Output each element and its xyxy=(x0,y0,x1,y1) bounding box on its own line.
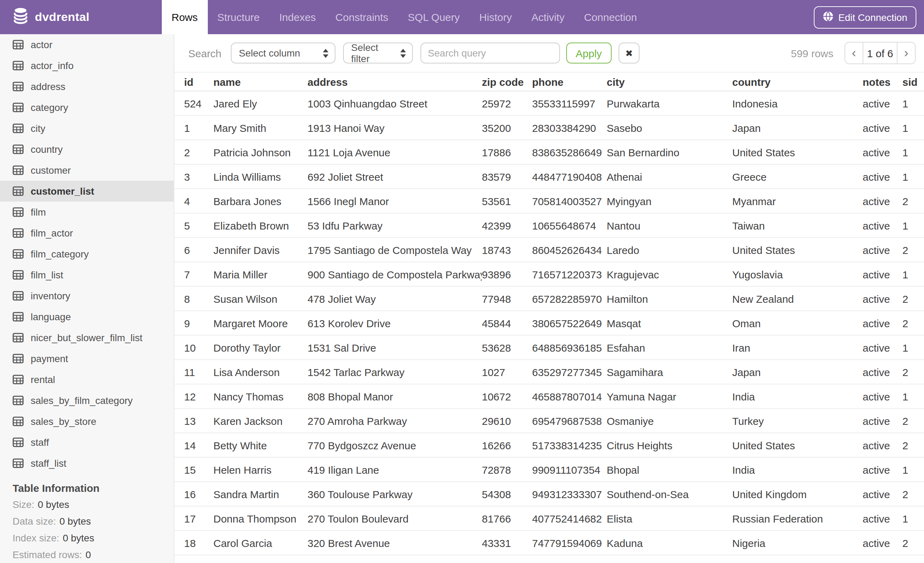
sidebar-item-actor_info[interactable]: actor_info xyxy=(0,55,174,76)
cell[interactable]: Iran xyxy=(732,335,862,360)
cell[interactable]: 2 xyxy=(902,531,924,555)
cell[interactable]: 1 xyxy=(902,91,924,116)
cell[interactable]: 10 xyxy=(174,335,213,360)
cell[interactable]: 1531 Sal Drive xyxy=(308,335,482,360)
cell[interactable]: 17886 xyxy=(482,140,532,164)
cell[interactable]: United Kingdom xyxy=(732,482,862,506)
table-row[interactable]: 19Ruth Martinez1417 Lancaster Avenue7219… xyxy=(174,555,924,563)
cell[interactable]: Barbara Jones xyxy=(213,189,308,213)
table-row[interactable]: 3Linda Williams692 Joliet Street83579448… xyxy=(174,164,924,189)
cell[interactable]: 5 xyxy=(174,213,213,237)
cell[interactable]: Jared Ely xyxy=(213,91,308,116)
cell[interactable]: 1542 Tarlac Parkway xyxy=(308,360,482,384)
cell[interactable]: 83579 xyxy=(482,164,532,189)
cell[interactable]: Bhopal xyxy=(607,457,732,482)
tab-sql-query[interactable]: SQL Query xyxy=(398,0,470,34)
cell[interactable]: Indonesia xyxy=(732,91,862,116)
cell[interactable]: 19 xyxy=(174,555,213,563)
cell[interactable]: 1 xyxy=(902,335,924,360)
cell[interactable]: 1913 Hanoi Way xyxy=(308,116,482,140)
cell[interactable]: Ruth Martinez xyxy=(213,555,308,563)
cell[interactable]: 77948 xyxy=(482,287,532,311)
table-row[interactable]: 13Karen Jackson270 Amroha Parkway2961069… xyxy=(174,408,924,433)
cell[interactable]: 2 xyxy=(174,140,213,164)
cell[interactable]: active xyxy=(862,433,902,457)
cell[interactable]: 10655648674 xyxy=(532,213,607,237)
edit-connection-button[interactable]: Edit Connection xyxy=(814,6,916,28)
cell[interactable]: 15 xyxy=(174,457,213,482)
cell[interactable]: 1121 Loja Avenue xyxy=(308,140,482,164)
cell[interactable]: Betty White xyxy=(213,433,308,457)
cell[interactable]: 524 xyxy=(174,91,213,116)
table-row[interactable]: 5Elizabeth Brown53 Idfu Parkway423991065… xyxy=(174,213,924,237)
cell[interactable]: 657282285970 xyxy=(532,287,607,311)
cell[interactable]: 2 xyxy=(902,482,924,506)
column-header-phone[interactable]: phone xyxy=(532,72,607,91)
sidebar-item-actor[interactable]: actor xyxy=(0,34,174,55)
cell[interactable]: active xyxy=(862,408,902,433)
table-row[interactable]: 1Mary Smith1913 Hanoi Way352002830338429… xyxy=(174,116,924,140)
cell[interactable]: Osmaniye xyxy=(607,408,732,433)
cell[interactable]: 407752414682 xyxy=(532,506,607,531)
cell[interactable]: 10672 xyxy=(482,384,532,408)
cell[interactable]: 1 xyxy=(902,506,924,531)
cell[interactable]: Donna Thompson xyxy=(213,506,308,531)
cell[interactable]: Myingyan xyxy=(607,189,732,213)
cell[interactable]: 28303384290 xyxy=(532,116,607,140)
cell[interactable]: Mary Smith xyxy=(213,116,308,140)
cell[interactable]: 16 xyxy=(174,482,213,506)
table-row[interactable]: 9Margaret Moore613 Korolev Drive45844380… xyxy=(174,311,924,335)
cell[interactable]: Masqat xyxy=(607,311,732,335)
cell[interactable]: 860452626434 xyxy=(532,237,607,262)
search-query-input[interactable] xyxy=(420,42,560,63)
column-header-zip-code[interactable]: zip code xyxy=(482,72,532,91)
cell[interactable]: 53628 xyxy=(482,335,532,360)
cell[interactable]: active xyxy=(862,531,902,555)
cell[interactable]: 2 xyxy=(902,408,924,433)
cell[interactable]: 2 xyxy=(902,433,924,457)
cell[interactable]: 16266 xyxy=(482,433,532,457)
table-row[interactable]: 6Jennifer Davis1795 Santiago de Composte… xyxy=(174,237,924,262)
sidebar-item-film_list[interactable]: film_list xyxy=(0,264,174,285)
sidebar-item-film_actor[interactable]: film_actor xyxy=(0,222,174,243)
table-row[interactable]: 15Helen Harris419 Iligan Lane72878990911… xyxy=(174,457,924,482)
column-header-sid[interactable]: sid xyxy=(902,72,924,91)
tab-history[interactable]: History xyxy=(470,0,522,34)
cell[interactable]: 1 xyxy=(902,213,924,237)
cell[interactable]: 2 xyxy=(902,237,924,262)
cell[interactable]: Japan xyxy=(732,116,862,140)
cell[interactable]: 12 xyxy=(174,384,213,408)
tab-structure[interactable]: Structure xyxy=(207,0,270,34)
cell[interactable]: active xyxy=(862,237,902,262)
cell[interactable]: 1795 Santiago de Compostela Way xyxy=(308,237,482,262)
cell[interactable]: Kaduna xyxy=(607,531,732,555)
table-row[interactable]: 12Nancy Thomas808 Bhopal Manor1067246588… xyxy=(174,384,924,408)
cell[interactable]: active xyxy=(862,360,902,384)
cell[interactable]: 93896 xyxy=(482,262,532,287)
cell[interactable]: Yamuna Nagar xyxy=(607,384,732,408)
cell[interactable]: 808 Bhopal Manor xyxy=(308,384,482,408)
cell[interactable]: active xyxy=(862,116,902,140)
cell[interactable]: active xyxy=(862,482,902,506)
cell[interactable]: Carol Garcia xyxy=(213,531,308,555)
cell[interactable]: 18743 xyxy=(482,237,532,262)
cell[interactable]: active xyxy=(862,555,902,563)
cell[interactable]: 1 xyxy=(902,116,924,140)
cell[interactable]: 8 xyxy=(174,287,213,311)
cell[interactable]: 900 Santiago de Compostela Parkway xyxy=(308,262,482,287)
cell[interactable]: active xyxy=(862,384,902,408)
cell[interactable]: 53561 xyxy=(482,189,532,213)
table-row[interactable]: 11Lisa Anderson1542 Tarlac Parkway102763… xyxy=(174,360,924,384)
cell[interactable]: Elista xyxy=(607,506,732,531)
sidebar-item-sales_by_store[interactable]: sales_by_store xyxy=(0,411,174,432)
column-header-id[interactable]: id xyxy=(174,72,213,91)
cell[interactable]: Kragujevac xyxy=(607,262,732,287)
cell[interactable]: Nancy Thomas xyxy=(213,384,308,408)
cell[interactable]: 692 Joliet Street xyxy=(308,164,482,189)
cell[interactable]: active xyxy=(862,506,902,531)
cell[interactable]: Yugoslavia xyxy=(732,262,862,287)
cell[interactable]: active xyxy=(862,91,902,116)
cell[interactable]: Helen Harris xyxy=(213,457,308,482)
cell[interactable]: 2 xyxy=(902,287,924,311)
sidebar-item-inventory[interactable]: inventory xyxy=(0,285,174,306)
